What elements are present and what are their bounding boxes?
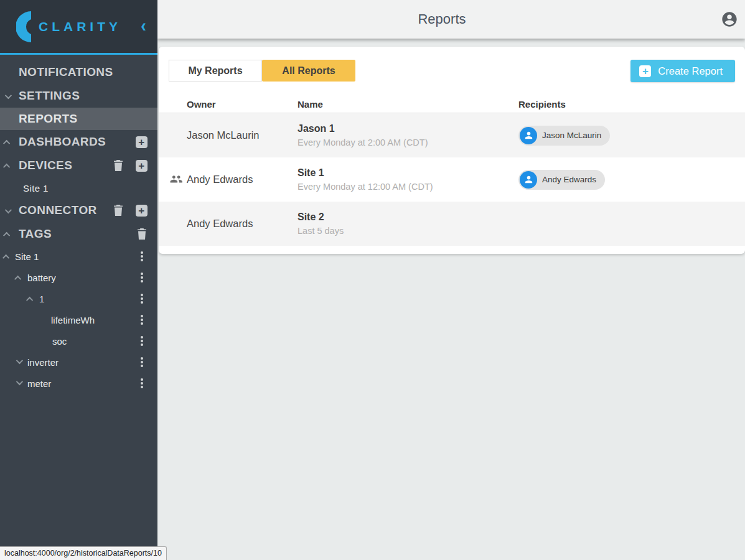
create-report-label: Create Report — [658, 65, 723, 77]
tree-item-menu-button[interactable] — [139, 334, 145, 348]
recipient-chip[interactable]: Jason McLaurin — [518, 126, 610, 146]
plus-icon: + — [136, 160, 148, 172]
sidebar-item-settings[interactable]: SETTINGS — [0, 84, 157, 108]
tab-my-reports[interactable]: My Reports — [169, 60, 262, 82]
tree-item-lifetimewh[interactable]: lifetimeWh — [0, 309, 157, 330]
add-connector-button[interactable]: + — [136, 205, 148, 217]
recipients-cell: Jason McLaurin — [518, 126, 745, 146]
name-cell: Jason 1 Every Monday at 2:00 AM (CDT) — [298, 123, 518, 147]
tree-item-meter[interactable]: meter — [0, 373, 157, 394]
tree-item-site-1[interactable]: Site 1 — [0, 246, 157, 267]
avatar — [520, 127, 537, 144]
tree-item-menu-button[interactable] — [139, 376, 145, 390]
column-header-recipients: Recipients — [518, 99, 745, 110]
report-name: Jason 1 — [298, 123, 518, 134]
clarity-logo-icon — [16, 11, 32, 42]
delete-devices-button[interactable] — [113, 160, 123, 171]
delete-tags-button[interactable] — [137, 228, 147, 240]
add-device-button[interactable]: + — [136, 160, 148, 172]
recipient-chip[interactable]: Andy Edwards — [518, 170, 605, 190]
sidebar-item-label: SETTINGS — [19, 89, 80, 103]
sidebar-item-devices-site-1[interactable]: Site 1 — [0, 177, 157, 198]
chevron-up-icon[interactable] — [3, 140, 10, 147]
tree-item-soc[interactable]: soc — [0, 330, 157, 352]
chevron-up-icon[interactable] — [26, 297, 33, 304]
table-row[interactable]: Andy Edwards Site 2 Last 5 days — [159, 202, 745, 246]
chevron-up-icon[interactable] — [14, 276, 21, 282]
owner-cell: Andy Edwards — [187, 174, 298, 185]
avatar — [520, 171, 537, 189]
tree-item-menu-button[interactable] — [139, 292, 145, 306]
owner-name: Andy Edwards — [187, 174, 253, 185]
sidebar-item-label: DEVICES — [19, 159, 72, 172]
chevron-up-icon[interactable] — [3, 164, 10, 170]
kebab-menu-icon — [139, 250, 145, 263]
tree-item-inverter[interactable]: inverter — [0, 352, 157, 373]
plus-icon: + — [639, 65, 651, 77]
status-url-tooltip: localhost:4000/org/2/historicalDataRepor… — [0, 546, 167, 560]
tree-item-label: inverter — [27, 357, 59, 368]
kebab-menu-icon — [139, 376, 145, 390]
table-row[interactable]: Jason McLaurin Jason 1 Every Monday at 2… — [159, 113, 745, 157]
kebab-menu-icon — [139, 292, 145, 306]
top-header-bar: Reports — [157, 0, 745, 39]
report-schedule: Every Monday at 12:00 AM (CDT) — [298, 182, 518, 192]
trash-icon — [113, 205, 123, 216]
report-name: Site 2 — [298, 212, 518, 223]
report-schedule: Every Monday at 2:00 AM (CDT) — [298, 138, 518, 147]
chevron-up-icon[interactable] — [2, 254, 9, 261]
trash-icon — [113, 160, 123, 171]
kebab-menu-icon — [139, 334, 145, 348]
main-content: Reports My Reports All Reports + Create … — [157, 0, 745, 560]
sidebar-nav: NOTIFICATIONS SETTINGS REPORTS DASHBOARD… — [0, 55, 157, 394]
sidebar-item-label: TAGS — [19, 227, 52, 241]
shared-group-icon — [169, 174, 183, 184]
sidebar-item-label: NOTIFICATIONS — [19, 65, 113, 79]
clarity-logo-text: CLARITY — [39, 19, 121, 34]
tree-item-label: lifetimeWh — [51, 315, 95, 325]
reports-panel: My Reports All Reports + Create Report O… — [159, 47, 745, 254]
chevron-down-icon[interactable] — [5, 207, 12, 213]
create-report-button[interactable]: + Create Report — [630, 60, 735, 82]
delete-connector-button[interactable] — [113, 205, 123, 216]
chevron-down-icon[interactable] — [5, 92, 12, 99]
tab-all-reports[interactable]: All Reports — [262, 60, 355, 82]
table-header: Owner Name Recipients — [159, 95, 745, 113]
column-header-owner: Owner — [187, 99, 298, 110]
chevron-down-icon[interactable] — [16, 357, 23, 364]
sidebar-item-reports[interactable]: REPORTS — [0, 108, 157, 130]
sidebar-item-label: REPORTS — [19, 112, 78, 126]
recipient-name: Jason McLaurin — [542, 131, 601, 140]
tree-item-label: meter — [27, 378, 51, 389]
report-tabs: My Reports All Reports — [169, 60, 355, 82]
tree-item-menu-button[interactable] — [139, 355, 145, 369]
account-icon[interactable] — [721, 11, 738, 28]
sidebar-item-tags[interactable]: TAGS — [0, 222, 157, 246]
plus-icon: + — [136, 136, 148, 148]
add-dashboard-button[interactable]: + — [136, 136, 148, 148]
sidebar-item-label: CONNECTOR — [19, 203, 97, 217]
tree-item-label: Site 1 — [15, 251, 39, 262]
tree-item-menu-button[interactable] — [139, 250, 145, 263]
chevron-down-icon[interactable] — [16, 378, 23, 385]
sidebar-item-dashboards[interactable]: DASHBOARDS + — [0, 130, 157, 154]
tree-item-battery[interactable]: battery — [0, 267, 157, 288]
sidebar-collapse-icon[interactable]: ‹ — [141, 16, 146, 35]
sidebar-item-label: DASHBOARDS — [19, 135, 106, 149]
sidebar-item-label: Site 1 — [23, 183, 49, 194]
chevron-up-icon[interactable] — [3, 232, 10, 239]
recipients-cell: Andy Edwards — [518, 170, 745, 190]
tree-item-label: 1 — [39, 294, 44, 304]
sidebar-item-devices[interactable]: DEVICES + — [0, 154, 157, 177]
page-title: Reports — [418, 11, 484, 27]
column-header-name: Name — [298, 99, 518, 110]
tree-item-menu-button[interactable] — [139, 313, 145, 327]
tree-item-menu-button[interactable] — [139, 271, 145, 284]
sidebar-item-connectors[interactable]: CONNECTOR + — [0, 198, 157, 222]
tree-item-1[interactable]: 1 — [0, 288, 157, 309]
name-cell: Site 2 Last 5 days — [298, 212, 518, 236]
table-row[interactable]: Andy Edwards Site 1 Every Monday at 12:0… — [159, 157, 745, 202]
sidebar-item-notifications[interactable]: NOTIFICATIONS — [0, 60, 157, 84]
sidebar: CLARITY ‹ NOTIFICATIONS SETTINGS REPORTS… — [0, 0, 157, 560]
kebab-menu-icon — [139, 271, 145, 284]
